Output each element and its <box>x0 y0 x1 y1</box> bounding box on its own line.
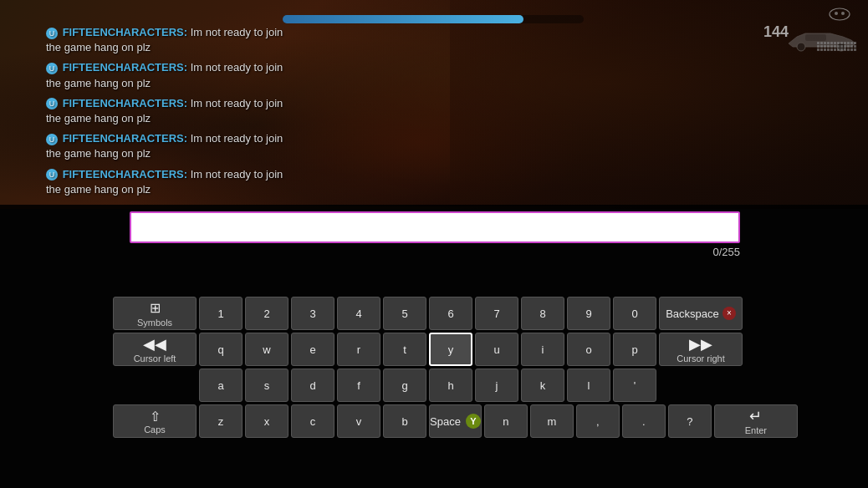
key-z[interactable]: z <box>199 404 243 438</box>
space-badge: Y <box>466 414 481 429</box>
key-m[interactable]: m <box>530 404 574 438</box>
hud-top-right <box>828 7 851 22</box>
chat-area: U FIFTEENCHARACTERS: Im not ready to joi… <box>46 25 293 202</box>
backspace-key[interactable]: Backspace × <box>659 297 743 330</box>
svg-point-0 <box>830 8 850 20</box>
cursor-right-label: Cursor right <box>677 353 724 363</box>
key-j[interactable]: j <box>475 369 518 402</box>
keyboard-row-4: ⇧ Caps z x c v b Space Y n m , . ? ↵ Ent… <box>113 404 757 438</box>
chat-icon-2: U <box>46 63 58 74</box>
key-p[interactable]: p <box>613 333 656 366</box>
chat-message-3: U FIFTEENCHARACTERS: Im not ready to joi… <box>46 96 293 126</box>
key-l[interactable]: l <box>567 369 610 402</box>
key-a[interactable]: a <box>199 369 243 402</box>
key-k[interactable]: k <box>521 369 564 402</box>
key-i[interactable]: i <box>521 333 564 366</box>
chat-username-1: FIFTEENCHARACTERS: <box>63 26 188 38</box>
chat-icon-1: U <box>46 28 58 39</box>
key-1[interactable]: 1 <box>199 297 243 330</box>
caps-icon: ⇧ <box>150 409 161 424</box>
svg-rect-5 <box>805 34 826 41</box>
key-7[interactable]: 7 <box>475 297 518 330</box>
key-u[interactable]: u <box>475 333 518 366</box>
row3-left-spacer <box>113 369 197 402</box>
char-count: 0/255 <box>130 246 740 258</box>
key-s[interactable]: s <box>245 369 288 402</box>
enter-key[interactable]: ↵ Enter <box>714 404 798 438</box>
key-3[interactable]: 3 <box>291 297 334 330</box>
symbols-icon: ⊞ <box>150 300 161 316</box>
text-input-container: 0/255 <box>130 211 740 258</box>
key-q[interactable]: q <box>199 333 243 366</box>
key-2[interactable]: 2 <box>245 297 288 330</box>
svg-point-2 <box>841 12 845 15</box>
key-0[interactable]: 0 <box>613 297 656 330</box>
key-w[interactable]: w <box>245 333 288 366</box>
key-r[interactable]: r <box>337 333 380 366</box>
chat-username-4: FIFTEENCHARACTERS: <box>63 132 188 145</box>
hud-controller-icon <box>828 7 851 22</box>
key-apostrophe[interactable]: ' <box>613 369 656 402</box>
key-x[interactable]: x <box>245 404 288 438</box>
key-comma[interactable]: , <box>576 404 620 438</box>
enter-icon: ↵ <box>749 407 762 425</box>
cursor-right-key[interactable]: ▶▶ Cursor right <box>659 333 743 366</box>
chat-username-2: FIFTEENCHARACTERS: <box>63 61 188 74</box>
symbols-key[interactable]: ⊞ Symbols <box>113 297 197 330</box>
row3-right-spacer <box>659 369 743 402</box>
key-v[interactable]: v <box>337 404 380 438</box>
backspace-label: Backspace <box>666 308 719 320</box>
caps-key[interactable]: ⇧ Caps <box>113 404 197 438</box>
key-e[interactable]: e <box>291 333 334 366</box>
progress-bar-fill <box>283 15 523 23</box>
progress-bar-container <box>283 15 584 23</box>
space-label: Space <box>430 415 461 428</box>
key-y[interactable]: y <box>429 333 472 366</box>
chat-text-input[interactable] <box>130 211 740 243</box>
chat-icon-3: U <box>46 98 58 109</box>
key-t[interactable]: t <box>383 333 426 366</box>
key-4[interactable]: 4 <box>337 297 380 330</box>
chat-icon-4: U <box>46 134 58 145</box>
cursor-left-icon: ◀◀ <box>143 335 166 353</box>
hud-dots <box>817 42 856 51</box>
key-g[interactable]: g <box>383 369 426 402</box>
cursor-left-key[interactable]: ◀◀ Cursor left <box>113 333 197 366</box>
key-b[interactable]: b <box>383 404 426 438</box>
space-key[interactable]: Space Y <box>429 404 482 438</box>
backspace-badge: × <box>722 307 736 320</box>
svg-point-3 <box>797 43 805 51</box>
cursor-right-icon: ▶▶ <box>689 335 712 353</box>
chat-username-5: FIFTEENCHARACTERS: <box>63 168 188 180</box>
key-c[interactable]: c <box>291 404 334 438</box>
chat-message-5: U FIFTEENCHARACTERS: Im not ready to joi… <box>46 167 293 197</box>
key-o[interactable]: o <box>567 333 610 366</box>
svg-point-1 <box>835 12 838 15</box>
key-6[interactable]: 6 <box>429 297 472 330</box>
key-f[interactable]: f <box>337 369 380 402</box>
key-n[interactable]: n <box>484 404 528 438</box>
key-5[interactable]: 5 <box>383 297 426 330</box>
caps-label: Caps <box>144 424 166 435</box>
key-h[interactable]: h <box>429 369 472 402</box>
chat-message-4: U FIFTEENCHARACTERS: Im not ready to joi… <box>46 131 293 161</box>
enter-label: Enter <box>745 425 767 435</box>
keyboard-row-3: a s d f g h j k l ' <box>113 369 757 402</box>
key-question[interactable]: ? <box>668 404 712 438</box>
key-9[interactable]: 9 <box>567 297 610 330</box>
key-d[interactable]: d <box>291 369 334 402</box>
chat-message-1: U FIFTEENCHARACTERS: Im not ready to joi… <box>46 25 293 55</box>
symbols-label: Symbols <box>137 318 172 328</box>
keyboard-row-2: ◀◀ Cursor left q w e r t y u i o p ▶▶ Cu… <box>113 333 757 366</box>
keyboard-row-1: ⊞ Symbols 1 2 3 4 5 6 7 8 9 0 Backspace … <box>113 297 757 330</box>
virtual-keyboard: ⊞ Symbols 1 2 3 4 5 6 7 8 9 0 Backspace … <box>113 297 757 440</box>
key-8[interactable]: 8 <box>521 297 564 330</box>
chat-message-2: U FIFTEENCHARACTERS: Im not ready to joi… <box>46 60 293 90</box>
key-period[interactable]: . <box>622 404 666 438</box>
chat-icon-5: U <box>46 169 58 180</box>
chat-username-3: FIFTEENCHARACTERS: <box>63 97 188 109</box>
cursor-left-label: Cursor left <box>134 353 176 363</box>
